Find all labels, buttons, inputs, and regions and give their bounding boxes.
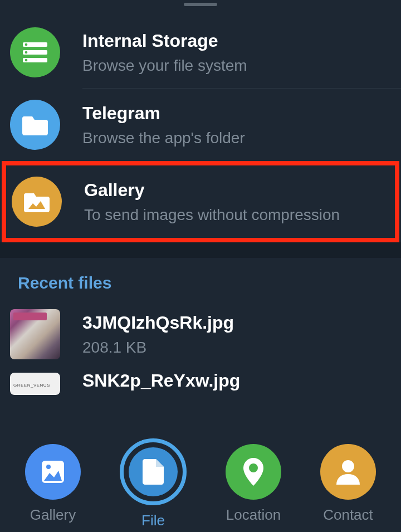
svg-point-3 [25,43,28,46]
svg-point-4 [25,51,28,54]
tab-label: Contact [323,506,373,524]
person-icon [320,444,376,500]
source-title: Telegram [82,103,391,124]
image-icon [25,444,81,500]
file-text: 3JMQIzhQsRk.jpg 208.1 KB [82,313,391,357]
source-title: Internal Storage [82,31,391,51]
location-pin-icon [226,444,281,500]
svg-point-5 [25,59,28,62]
source-item-gallery[interactable]: Gallery To send images without compressi… [2,161,399,242]
svg-point-7 [46,465,51,469]
svg-point-8 [249,463,258,472]
source-item-text: Telegram Browse the app's folder [82,103,391,147]
recent-file-item[interactable]: SNK2p_ReYxw.jpg [0,365,401,397]
tab-gallery[interactable]: Gallery [25,444,81,524]
file-thumbnail [10,373,60,395]
tab-contact[interactable]: Contact [320,444,376,524]
source-item-text: Gallery To send images without compressi… [84,180,389,224]
drag-handle[interactable] [184,3,217,6]
file-icon [129,447,178,496]
source-subtitle: To send images without compression [84,206,389,224]
file-name: SNK2p_ReYxw.jpg [82,370,391,391]
file-text: SNK2p_ReYxw.jpg [82,370,391,397]
folder-icon [10,100,60,150]
file-size: 208.1 KB [82,339,391,357]
tab-circle-selected [120,438,187,505]
source-item-internal-storage[interactable]: Internal Storage Browse your file system [0,16,401,89]
source-subtitle: Browse the app's folder [82,129,391,147]
source-subtitle: Browse your file system [82,57,391,75]
storage-sources-list: Internal Storage Browse your file system… [0,16,401,242]
recent-files-header: Recent files [0,258,401,304]
storage-icon [10,27,60,77]
file-thumbnail [10,309,60,359]
tab-label: Gallery [30,506,76,524]
section-divider [0,242,401,258]
tab-label: File [141,512,165,529]
recent-file-item[interactable]: 3JMQIzhQsRk.jpg 208.1 KB [0,304,401,365]
attachment-type-tabs: Gallery File Location [0,437,401,532]
source-item-telegram[interactable]: Telegram Browse the app's folder [0,89,401,161]
file-name: 3JMQIzhQsRk.jpg [82,313,391,333]
svg-point-9 [342,460,354,472]
source-title: Gallery [84,180,389,201]
tab-label: Location [226,506,281,524]
tab-file[interactable]: File [120,438,187,529]
tab-location[interactable]: Location [226,444,281,524]
gallery-folder-icon [12,177,62,227]
source-item-text: Internal Storage Browse your file system [82,31,391,75]
